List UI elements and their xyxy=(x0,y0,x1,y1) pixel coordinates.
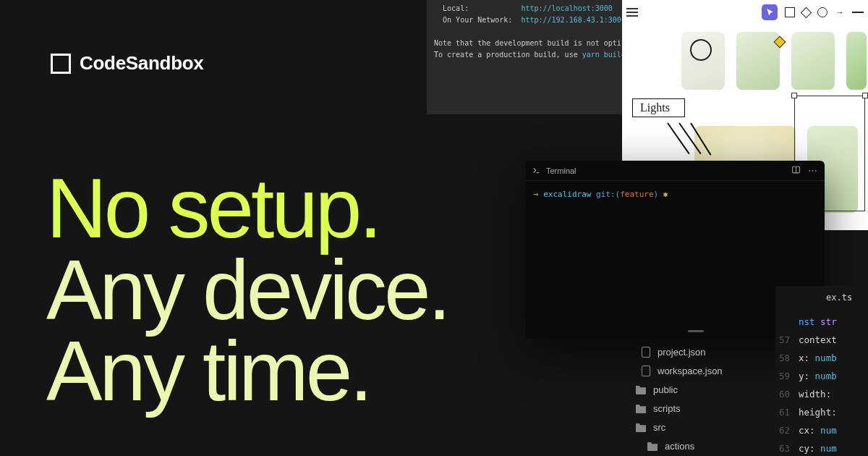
canvas-label-lights[interactable]: Lights xyxy=(632,98,685,117)
folder-icon xyxy=(647,441,658,451)
folder-label: src xyxy=(653,422,665,433)
code-editor: ex.ts nst str 57 context 58 x: numb 59 y… xyxy=(775,286,868,456)
folder-item-src[interactable]: src xyxy=(620,418,772,436)
headline-line-3: Any time. xyxy=(46,331,448,413)
terminal-header: Terminal ⋯ xyxy=(525,161,825,181)
folder-icon xyxy=(636,422,646,432)
file-icon xyxy=(642,347,650,358)
tool-square[interactable] xyxy=(785,7,795,17)
code-line[interactable]: 58 x: numb xyxy=(775,349,868,367)
logo-text: CodeSandbox xyxy=(80,52,204,75)
folder-item-scripts[interactable]: scripts xyxy=(620,399,772,418)
canvas-image-3[interactable] xyxy=(791,32,835,90)
line-number: 61 xyxy=(775,403,799,421)
hero-headline: No setup. Any device. Any time. xyxy=(46,168,448,413)
prompt-dir: excalidraw xyxy=(543,190,591,199)
canvas-image-4[interactable] xyxy=(846,32,867,90)
line-number: 63 xyxy=(775,439,799,456)
canvas-image-2[interactable] xyxy=(736,32,780,90)
code-line[interactable]: 60 width: xyxy=(775,385,868,403)
selection-handle-nw[interactable] xyxy=(791,93,797,98)
prompt-git-close: ) xyxy=(654,190,659,199)
hamburger-icon[interactable] xyxy=(626,8,638,17)
folder-item-actions[interactable]: actions xyxy=(620,436,772,455)
more-icon[interactable]: ⋯ xyxy=(808,165,817,177)
file-label: project.json xyxy=(658,347,705,358)
folder-label: scripts xyxy=(653,403,681,414)
drag-handle-icon[interactable] xyxy=(688,330,704,332)
code-line[interactable]: 61 height: xyxy=(775,403,868,421)
code-line[interactable]: 62 cx: num xyxy=(775,421,868,439)
tool-arrow[interactable]: → xyxy=(835,7,845,17)
tool-circle[interactable] xyxy=(817,7,827,17)
editor-tab[interactable]: ex.ts xyxy=(775,286,868,313)
console-note-1: Note that the development build is not o… xyxy=(434,38,615,49)
file-item-project[interactable]: project.json xyxy=(620,342,772,361)
line-number: 58 xyxy=(775,349,799,367)
canvas-arrow-1[interactable] xyxy=(667,122,689,154)
prompt-dirty-icon: ✱ xyxy=(663,190,668,199)
line-number: 60 xyxy=(775,385,799,403)
terminal-icon xyxy=(532,166,540,174)
code-line[interactable]: 63 cy: num xyxy=(775,439,868,456)
headline-line-1: No setup. xyxy=(46,168,448,250)
logo-icon xyxy=(51,54,71,74)
excalidraw-toolbar: → xyxy=(622,3,868,22)
line-number: 62 xyxy=(775,421,799,439)
dev-server-console: Local: http://localhost:3000 On Your Net… xyxy=(427,0,622,114)
line-number: 57 xyxy=(775,331,799,349)
file-icon xyxy=(642,366,650,376)
folder-label: public xyxy=(653,384,678,395)
brand-logo: CodeSandbox xyxy=(51,52,204,75)
file-item-workspace[interactable]: workspace.json xyxy=(620,361,772,380)
console-local-label: Local: xyxy=(443,4,469,12)
tool-palette: → xyxy=(762,4,864,20)
terminal-body[interactable]: → excalidraw git:(feature) ✱ xyxy=(525,181,825,208)
file-label: workspace.json xyxy=(658,366,723,376)
code-line[interactable]: 59 y: numb xyxy=(775,367,868,385)
console-local-url: http://localhost:3000 xyxy=(521,4,612,12)
terminal-title: Terminal xyxy=(546,166,576,175)
prompt-branch: feature xyxy=(620,190,653,199)
folder-label: actions xyxy=(665,441,694,452)
split-icon[interactable] xyxy=(791,165,801,177)
console-local-row: Local: http://localhost:3000 xyxy=(434,3,615,14)
console-network-label: On Your Network: xyxy=(443,16,512,24)
selection-handle-ne[interactable] xyxy=(862,93,868,98)
console-note-2: To create a production build, use yarn b… xyxy=(434,49,615,61)
folder-icon xyxy=(636,403,646,413)
console-network-url: http://192.168.43.1:3000 xyxy=(521,16,626,24)
folder-icon xyxy=(636,384,646,394)
folder-item-public[interactable]: public xyxy=(620,380,772,399)
file-explorer: project.json workspace.json public scrip… xyxy=(620,330,772,455)
tool-diamond[interactable] xyxy=(801,7,812,18)
headline-line-2: Any device. xyxy=(46,250,448,332)
tool-line[interactable] xyxy=(852,12,864,13)
code-line[interactable]: nst str xyxy=(775,313,868,331)
tool-cursor[interactable] xyxy=(762,4,778,20)
code-line[interactable]: 57 context xyxy=(775,331,868,349)
prompt-arrow-icon: → xyxy=(534,190,543,199)
prompt-git: git:( xyxy=(596,190,620,199)
console-network-row: On Your Network: http://192.168.43.1:300… xyxy=(434,14,615,26)
line-number: 59 xyxy=(775,367,799,385)
